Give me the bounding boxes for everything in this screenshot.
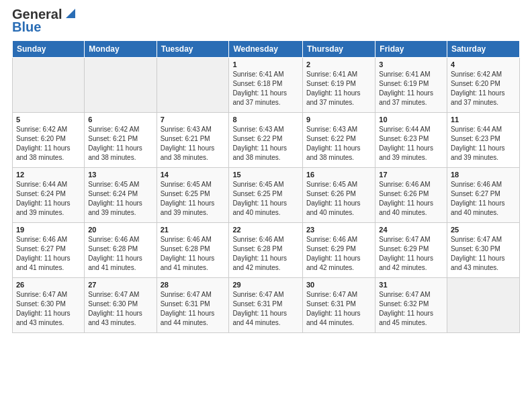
calendar-day-cell: 22Sunrise: 6:46 AMSunset: 6:28 PMDayligh…: [229, 223, 303, 278]
calendar-day-cell: 18Sunrise: 6:46 AMSunset: 6:27 PMDayligh…: [447, 168, 519, 223]
calendar-day-cell: 11Sunrise: 6:44 AMSunset: 6:23 PMDayligh…: [447, 113, 519, 168]
day-number: 5: [16, 116, 81, 124]
day-number: 17: [379, 171, 443, 179]
day-number: 9: [306, 116, 371, 124]
day-info: Sunrise: 6:41 AMSunset: 6:19 PMDaylight:…: [379, 70, 443, 107]
day-number: 23: [306, 226, 371, 234]
calendar-day-cell: 29Sunrise: 6:47 AMSunset: 6:31 PMDayligh…: [229, 278, 303, 333]
day-info: Sunrise: 6:41 AMSunset: 6:19 PMDaylight:…: [306, 70, 371, 107]
calendar-day-header: Sunday: [13, 41, 85, 58]
day-info: Sunrise: 6:47 AMSunset: 6:30 PMDaylight:…: [88, 290, 152, 328]
page: General Blue SundayMondayTuesdayWednesda…: [0, 0, 532, 411]
calendar-day-cell: 15Sunrise: 6:45 AMSunset: 6:25 PMDayligh…: [229, 168, 303, 223]
day-info: Sunrise: 6:45 AMSunset: 6:24 PMDaylight:…: [88, 180, 152, 218]
calendar-day-cell: 2Sunrise: 6:41 AMSunset: 6:19 PMDaylight…: [302, 58, 375, 113]
calendar-day-cell: 28Sunrise: 6:47 AMSunset: 6:31 PMDayligh…: [157, 278, 229, 333]
day-info: Sunrise: 6:47 AMSunset: 6:32 PMDaylight:…: [379, 290, 443, 328]
day-info: Sunrise: 6:46 AMSunset: 6:29 PMDaylight:…: [306, 235, 371, 273]
day-info: Sunrise: 6:47 AMSunset: 6:30 PMDaylight:…: [16, 290, 81, 328]
day-number: 2: [306, 60, 371, 68]
day-number: 11: [451, 116, 516, 124]
calendar-day-cell: 19Sunrise: 6:46 AMSunset: 6:27 PMDayligh…: [13, 223, 85, 278]
day-number: 30: [306, 281, 371, 289]
day-number: 6: [88, 116, 152, 124]
calendar-day-cell: [85, 58, 157, 113]
calendar-week-row: 12Sunrise: 6:44 AMSunset: 6:24 PMDayligh…: [13, 168, 520, 223]
calendar-day-header: Saturday: [447, 41, 519, 58]
calendar-day-cell: 8Sunrise: 6:43 AMSunset: 6:22 PMDaylight…: [229, 113, 303, 168]
day-info: Sunrise: 6:43 AMSunset: 6:22 PMDaylight:…: [232, 125, 299, 163]
calendar-day-cell: 5Sunrise: 6:42 AMSunset: 6:20 PMDaylight…: [13, 113, 85, 168]
day-number: 8: [232, 116, 299, 124]
day-number: 15: [232, 171, 299, 179]
day-number: 12: [16, 171, 81, 179]
day-info: Sunrise: 6:47 AMSunset: 6:31 PMDaylight:…: [306, 290, 371, 328]
day-info: Sunrise: 6:45 AMSunset: 6:25 PMDaylight:…: [232, 180, 299, 218]
day-info: Sunrise: 6:47 AMSunset: 6:31 PMDaylight:…: [232, 290, 299, 328]
calendar-day-cell: 31Sunrise: 6:47 AMSunset: 6:32 PMDayligh…: [375, 278, 447, 333]
day-info: Sunrise: 6:46 AMSunset: 6:28 PMDaylight:…: [88, 235, 152, 273]
day-number: 16: [306, 171, 371, 179]
calendar-day-header: Tuesday: [157, 41, 229, 58]
calendar-day-cell: 17Sunrise: 6:46 AMSunset: 6:26 PMDayligh…: [375, 168, 447, 223]
day-number: 26: [16, 281, 81, 289]
day-info: Sunrise: 6:46 AMSunset: 6:26 PMDaylight:…: [379, 180, 443, 218]
day-number: 27: [88, 281, 152, 289]
day-info: Sunrise: 6:42 AMSunset: 6:21 PMDaylight:…: [88, 125, 152, 163]
day-info: Sunrise: 6:42 AMSunset: 6:20 PMDaylight:…: [16, 125, 81, 163]
calendar-day-cell: 30Sunrise: 6:47 AMSunset: 6:31 PMDayligh…: [302, 278, 375, 333]
calendar-day-cell: 6Sunrise: 6:42 AMSunset: 6:21 PMDaylight…: [85, 113, 157, 168]
calendar-week-row: 5Sunrise: 6:42 AMSunset: 6:20 PMDaylight…: [13, 113, 520, 168]
day-number: 1: [232, 60, 299, 68]
calendar-day-cell: 9Sunrise: 6:43 AMSunset: 6:22 PMDaylight…: [302, 113, 375, 168]
day-number: 3: [379, 60, 443, 68]
day-number: 24: [379, 226, 443, 234]
calendar-table: SundayMondayTuesdayWednesdayThursdayFrid…: [12, 40, 520, 333]
day-info: Sunrise: 6:44 AMSunset: 6:23 PMDaylight:…: [451, 125, 516, 163]
calendar-day-header: Thursday: [302, 41, 375, 58]
day-info: Sunrise: 6:46 AMSunset: 6:27 PMDaylight:…: [16, 235, 81, 273]
calendar-day-header: Friday: [375, 41, 447, 58]
day-number: 13: [88, 171, 152, 179]
calendar-day-cell: 13Sunrise: 6:45 AMSunset: 6:24 PMDayligh…: [85, 168, 157, 223]
day-info: Sunrise: 6:47 AMSunset: 6:30 PMDaylight:…: [451, 235, 516, 273]
day-info: Sunrise: 6:46 AMSunset: 6:27 PMDaylight:…: [451, 180, 516, 218]
calendar-week-row: 26Sunrise: 6:47 AMSunset: 6:30 PMDayligh…: [13, 278, 520, 333]
calendar-day-cell: 21Sunrise: 6:46 AMSunset: 6:28 PMDayligh…: [157, 223, 229, 278]
day-info: Sunrise: 6:46 AMSunset: 6:28 PMDaylight:…: [161, 235, 226, 273]
calendar-day-cell: 24Sunrise: 6:47 AMSunset: 6:29 PMDayligh…: [375, 223, 447, 278]
calendar-day-cell: 27Sunrise: 6:47 AMSunset: 6:30 PMDayligh…: [85, 278, 157, 333]
day-info: Sunrise: 6:46 AMSunset: 6:28 PMDaylight:…: [232, 235, 299, 273]
calendar-week-row: 19Sunrise: 6:46 AMSunset: 6:27 PMDayligh…: [13, 223, 520, 278]
calendar-day-cell: [13, 58, 85, 113]
day-number: 31: [379, 281, 443, 289]
day-info: Sunrise: 6:44 AMSunset: 6:24 PMDaylight:…: [16, 180, 81, 218]
calendar-header-row: SundayMondayTuesdayWednesdayThursdayFrid…: [13, 41, 520, 58]
calendar-day-cell: 1Sunrise: 6:41 AMSunset: 6:18 PMDaylight…: [229, 58, 303, 113]
calendar-day-cell: 26Sunrise: 6:47 AMSunset: 6:30 PMDayligh…: [13, 278, 85, 333]
header: General Blue: [12, 7, 520, 35]
calendar-day-cell: 10Sunrise: 6:44 AMSunset: 6:23 PMDayligh…: [375, 113, 447, 168]
calendar-day-cell: 7Sunrise: 6:43 AMSunset: 6:21 PMDaylight…: [157, 113, 229, 168]
day-info: Sunrise: 6:43 AMSunset: 6:22 PMDaylight:…: [306, 125, 371, 163]
day-number: 25: [451, 226, 516, 234]
calendar-day-cell: 16Sunrise: 6:45 AMSunset: 6:26 PMDayligh…: [302, 168, 375, 223]
calendar-day-cell: 3Sunrise: 6:41 AMSunset: 6:19 PMDaylight…: [375, 58, 447, 113]
day-number: 4: [451, 60, 516, 68]
day-number: 14: [161, 171, 226, 179]
logo-triangle-icon: [63, 7, 75, 19]
calendar-day-cell: [157, 58, 229, 113]
day-number: 18: [451, 171, 516, 179]
calendar-day-cell: 20Sunrise: 6:46 AMSunset: 6:28 PMDayligh…: [85, 223, 157, 278]
day-info: Sunrise: 6:47 AMSunset: 6:31 PMDaylight:…: [161, 290, 226, 328]
day-number: 28: [161, 281, 226, 289]
day-info: Sunrise: 6:44 AMSunset: 6:23 PMDaylight:…: [379, 125, 443, 163]
day-info: Sunrise: 6:47 AMSunset: 6:29 PMDaylight:…: [379, 235, 443, 273]
day-number: 19: [16, 226, 81, 234]
day-number: 29: [232, 281, 299, 289]
day-number: 21: [161, 226, 226, 234]
calendar-day-cell: 25Sunrise: 6:47 AMSunset: 6:30 PMDayligh…: [447, 223, 519, 278]
calendar-day-cell: 14Sunrise: 6:45 AMSunset: 6:25 PMDayligh…: [157, 168, 229, 223]
day-number: 22: [232, 226, 299, 234]
calendar-day-header: Monday: [85, 41, 157, 58]
